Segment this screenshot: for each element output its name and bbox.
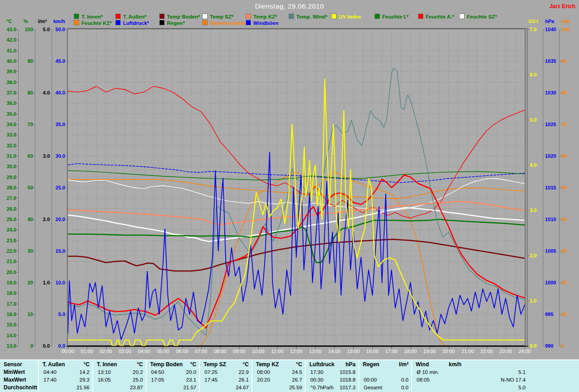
axis-tick-label-kmh: 35.0 (56, 122, 65, 127)
x-axis-label: 24:00 (515, 349, 535, 354)
axis-tick-label-celsius: 21.0 (7, 259, 16, 264)
x-axis-tick (87, 347, 87, 349)
x-axis-tick (487, 347, 487, 349)
x-axis-label: 23:00 (496, 349, 516, 354)
axis-tick (16, 188, 18, 188)
axis-tick-label-celsius: 20.0 (7, 270, 16, 275)
axis-tick (33, 314, 35, 315)
x-axis-tick (411, 347, 411, 349)
legend-item-temp-boden-: Temp Boden* (159, 14, 200, 19)
axis-tick-label-lm2: 2.0 (43, 217, 50, 222)
axis-tick-label-celsius: 19.0 (7, 280, 16, 285)
axis-tick-label-uv: 0.0 (530, 344, 536, 349)
axis-tick-label-kmh: 45.0 (56, 59, 65, 64)
plot-border-right (525, 28, 526, 347)
weather-app-window: Dienstag, 29.06.2010 Jarz Erich T. Innen… (0, 0, 579, 392)
axis-tick (50, 93, 52, 93)
axis-tick (33, 29, 35, 30)
axis-tick (16, 293, 18, 293)
table-cell-value: 26.7 (252, 377, 302, 383)
axis-tick (16, 156, 18, 156)
legend-item-feuchte-i-: Feuchte I.* (375, 14, 408, 19)
legend-swatch (202, 20, 208, 25)
axis-tick-label-celsius: 36.0 (7, 101, 16, 106)
axis-tick (16, 251, 18, 251)
axis-tick (16, 325, 18, 325)
axis-tick-label-celsius: 40.0 (7, 59, 16, 64)
axis-tick-label-uv: 1.0 (530, 298, 536, 303)
axis-tick-label-celsius: 25.0 (7, 217, 16, 222)
x-axis-label: 17:00 (381, 349, 401, 354)
axis-tick (33, 283, 35, 283)
axis-tick (16, 166, 18, 167)
axis-tick (16, 283, 18, 283)
table-col-unit: hPa (306, 362, 356, 368)
axis-tick-label-celsius: 42.0 (7, 38, 16, 43)
user-name-label: Jarz Erich (550, 3, 575, 9)
legend-label: Regen* (167, 20, 185, 26)
axis-tick-label-celsius: 16.0 (7, 312, 16, 317)
legend-item-temp-sz-: Temp SZ* (202, 14, 233, 19)
axis-tick-label-hpa: 1020 (545, 154, 556, 159)
x-axis-tick (106, 347, 106, 349)
axis-tick-label-minutes: 30 (561, 249, 567, 254)
axis-tick-label-kmh: 15.0 (56, 249, 65, 254)
axis-tick-label-uv: 6.0 (530, 72, 536, 77)
axis-header-lm2: l/m² (38, 19, 47, 24)
chart-svg (68, 29, 525, 346)
x-axis-tick (315, 347, 316, 349)
legend-label: Temp KZ* (253, 14, 277, 19)
legend-label: Luftdruck* (123, 20, 149, 26)
table-cell-value: 25.59 (252, 385, 302, 391)
axis-tick (16, 261, 18, 262)
x-axis-tick (391, 347, 392, 349)
x-axis-tick (277, 347, 278, 349)
axis-tick (50, 283, 52, 283)
axis-tick-label-kmh: 20.0 (56, 217, 65, 222)
axis-tick-label-celsius: 27.0 (7, 196, 16, 201)
table-cell-value: 0.0 (359, 385, 408, 391)
legend-item-regen-: Regen* (159, 20, 185, 26)
axis-tick-label-celsius: 28.0 (7, 185, 16, 190)
axis-tick-label-minutes: 70 (561, 122, 567, 127)
legend-item-temp-kz-: Temp KZ* (246, 14, 277, 19)
legend-label: Temp. Wind* (296, 14, 327, 19)
axis-tick (16, 209, 18, 209)
axis-tick (16, 146, 18, 146)
legend-item-t-innen-: T. Innen* (74, 14, 103, 19)
axis-tick-label-hpa: 1035 (545, 59, 556, 64)
x-axis-tick (125, 347, 125, 349)
axis-tick-label-percent: 60 (28, 154, 33, 159)
axis-tick-label-hpa: 1025 (545, 122, 556, 127)
axis-tick-label-percent: 10 (28, 312, 33, 317)
table-col-unit: °C (39, 362, 90, 368)
x-axis-tick (468, 347, 468, 349)
x-axis-label: 20:00 (439, 349, 459, 354)
axis-tick (33, 219, 35, 220)
axis-tick-label-hpa: 990 (545, 344, 553, 349)
axis-tick-label-hpa: 1015 (545, 185, 556, 190)
legend-label: UV Index (339, 14, 361, 19)
axis-tick (16, 51, 18, 51)
x-axis-tick (68, 347, 68, 349)
axis-tick-label-celsius: 31.0 (7, 154, 16, 159)
axis-tick-label-celsius: 22.0 (7, 249, 16, 254)
table-col-name: Wind (416, 362, 429, 368)
axis-tick-label-uv: 4.0 (530, 163, 536, 168)
axis-tick-label-minutes: 50 (561, 185, 567, 190)
x-axis-label: 16:00 (362, 349, 382, 354)
axis-tick (16, 135, 18, 135)
legend-item-uv-index: UV Index (331, 14, 361, 19)
table-cell-value: 20.2 (93, 369, 143, 375)
axis-tick (33, 251, 35, 251)
table-cell-value: 1015.8 (306, 369, 356, 375)
axis-tick-label-celsius: 14.0 (7, 333, 16, 338)
table-cell-value: 21.57 (147, 385, 196, 391)
axis-tick-label-lm2: 5.0 (43, 27, 50, 32)
legend-label: T. Innen* (81, 14, 103, 19)
axis-tick-label-celsius: 43.0 (7, 27, 16, 32)
axis-tick-label-celsius: 17.0 (7, 302, 16, 307)
legend-swatch (115, 20, 121, 25)
x-axis-label: 05:00 (153, 349, 173, 354)
axis-tick (33, 156, 35, 156)
